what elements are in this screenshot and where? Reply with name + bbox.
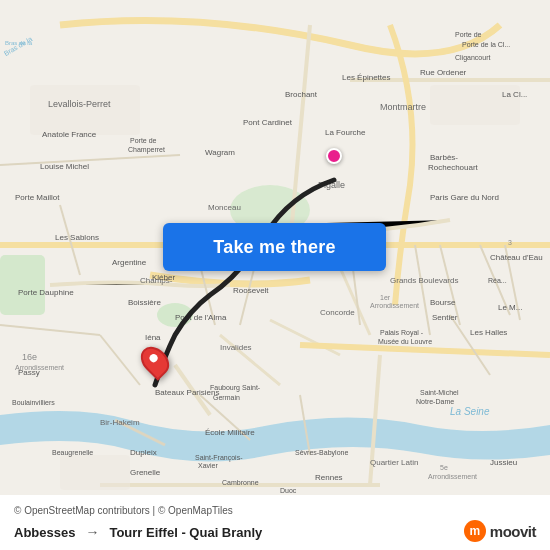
route-info: Abbesses → Tourr Eiffel - Quai Branly [14, 524, 536, 540]
svg-text:Roosevelt: Roosevelt [233, 286, 269, 295]
svg-text:Levallois-Perret: Levallois-Perret [48, 99, 111, 109]
svg-text:Brochant: Brochant [285, 90, 318, 99]
svg-line-9 [270, 320, 340, 355]
svg-text:Grenelle: Grenelle [130, 468, 161, 477]
svg-text:Paris Gare du Nord: Paris Gare du Nord [430, 193, 499, 202]
svg-text:Invalides: Invalides [220, 343, 252, 352]
svg-text:Pigalle: Pigalle [318, 180, 345, 190]
svg-rect-29 [60, 455, 130, 490]
svg-line-19 [450, 315, 490, 375]
destination-marker [143, 345, 167, 377]
svg-line-15 [0, 325, 100, 335]
svg-text:Musée du Louvre: Musée du Louvre [378, 338, 432, 345]
moovit-logo: m moovit [464, 520, 536, 542]
svg-text:Anatole France: Anatole France [42, 130, 97, 139]
svg-line-16 [100, 335, 140, 385]
svg-rect-28 [30, 85, 140, 135]
svg-text:Notre-Dame: Notre-Dame [416, 398, 454, 405]
svg-text:Arrondissement: Arrondissement [428, 473, 477, 480]
map-attribution: © OpenStreetMap contributors | © OpenMap… [14, 505, 536, 516]
svg-text:Montmartre: Montmartre [380, 102, 426, 112]
svg-text:16e: 16e [22, 352, 37, 362]
svg-text:Xavier: Xavier [198, 462, 219, 469]
svg-text:Porte de: Porte de [455, 31, 482, 38]
svg-text:Bourse: Bourse [430, 298, 456, 307]
svg-text:Boulainvilliers: Boulainvilliers [12, 399, 55, 406]
moovit-icon: m [464, 520, 486, 542]
take-me-there-label: Take me there [213, 237, 335, 258]
svg-text:5e: 5e [440, 464, 448, 471]
origin-marker [326, 148, 342, 164]
svg-text:Faubourg Saint-: Faubourg Saint- [210, 384, 261, 392]
svg-text:Louise Michel: Louise Michel [40, 162, 89, 171]
svg-text:Les Halles: Les Halles [470, 328, 507, 337]
svg-text:Porte de: Porte de [130, 137, 157, 144]
svg-text:Germain: Germain [213, 394, 240, 401]
svg-text:Concorde: Concorde [320, 308, 355, 317]
svg-text:Réa...: Réa... [488, 277, 507, 284]
take-me-there-button[interactable]: Take me there [163, 223, 386, 271]
svg-text:Porte de la Cl...: Porte de la Cl... [462, 41, 510, 48]
destination-station: Tourr Eiffel - Quai Branly [109, 525, 262, 540]
svg-text:Iéna: Iéna [145, 333, 161, 342]
moovit-brand-name: moovit [490, 523, 536, 540]
svg-text:Grands Boulevards: Grands Boulevards [390, 276, 458, 285]
svg-text:Pont Cardinet: Pont Cardinet [243, 118, 293, 127]
svg-text:1er: 1er [380, 294, 391, 301]
svg-text:3: 3 [508, 239, 512, 246]
svg-line-25 [415, 245, 430, 335]
svg-text:Saint-François-: Saint-François- [195, 454, 243, 462]
svg-text:Arrondissement: Arrondissement [15, 364, 64, 371]
svg-text:La Seine: La Seine [450, 406, 490, 417]
svg-text:Porte Maillot: Porte Maillot [15, 193, 60, 202]
svg-text:Cambronne: Cambronne [222, 479, 259, 486]
svg-text:Rennes: Rennes [315, 473, 343, 482]
svg-text:Pont de l'Alma: Pont de l'Alma [175, 313, 227, 322]
svg-text:École Militaire: École Militaire [205, 428, 255, 437]
svg-text:Sèvres-Babylone: Sèvres-Babylone [295, 449, 348, 457]
svg-text:Quartier Latin: Quartier Latin [370, 458, 418, 467]
svg-text:Les Épinettes: Les Épinettes [342, 73, 390, 82]
svg-text:La Cl...: La Cl... [502, 90, 527, 99]
svg-text:Bir-Hakeim: Bir-Hakeim [100, 418, 140, 427]
svg-text:Boissière: Boissière [128, 298, 161, 307]
svg-text:La Fourche: La Fourche [325, 128, 366, 137]
bottom-bar: © OpenStreetMap contributors | © OpenMap… [0, 495, 550, 550]
svg-text:Sentier: Sentier [432, 313, 458, 322]
svg-text:Wagram: Wagram [205, 148, 235, 157]
svg-text:Les Sablons: Les Sablons [55, 233, 99, 242]
svg-text:Beaugrenelle: Beaugrenelle [52, 449, 93, 457]
map-roads-svg: Levallois-Perret Montmartre Pigalle Monc… [0, 0, 550, 550]
svg-text:Jussieu: Jussieu [490, 458, 517, 467]
svg-text:Palais Royal -: Palais Royal - [380, 329, 424, 337]
svg-line-14 [0, 155, 180, 165]
svg-text:Monceau: Monceau [208, 203, 241, 212]
svg-text:Porte Dauphine: Porte Dauphine [18, 288, 74, 297]
svg-text:Cligancourt: Cligancourt [455, 54, 490, 62]
origin-station: Abbesses [14, 525, 75, 540]
svg-text:Saint-Michel: Saint-Michel [420, 389, 459, 396]
svg-text:Bras de la: Bras de la [5, 40, 33, 46]
svg-text:Champerret: Champerret [128, 146, 165, 154]
svg-text:Barbès-: Barbès- [430, 153, 458, 162]
svg-text:Bras de la: Bras de la [3, 35, 34, 57]
svg-text:Dupleix: Dupleix [130, 448, 157, 457]
destination-pin-dot [148, 353, 159, 364]
route-arrow-icon: → [85, 524, 99, 540]
svg-text:Rochechouart: Rochechouart [428, 163, 479, 172]
svg-text:Kléber: Kléber [152, 273, 175, 282]
svg-rect-0 [0, 255, 45, 315]
svg-text:Duoc: Duoc [280, 487, 297, 494]
svg-text:Château d'Eau: Château d'Eau [490, 253, 543, 262]
map-container: Levallois-Perret Montmartre Pigalle Monc… [0, 0, 550, 550]
svg-text:Arrondissement: Arrondissement [370, 302, 419, 309]
svg-text:Le M...: Le M... [498, 303, 522, 312]
svg-text:Argentine: Argentine [112, 258, 147, 267]
svg-text:Rue Ordener: Rue Ordener [420, 68, 467, 77]
